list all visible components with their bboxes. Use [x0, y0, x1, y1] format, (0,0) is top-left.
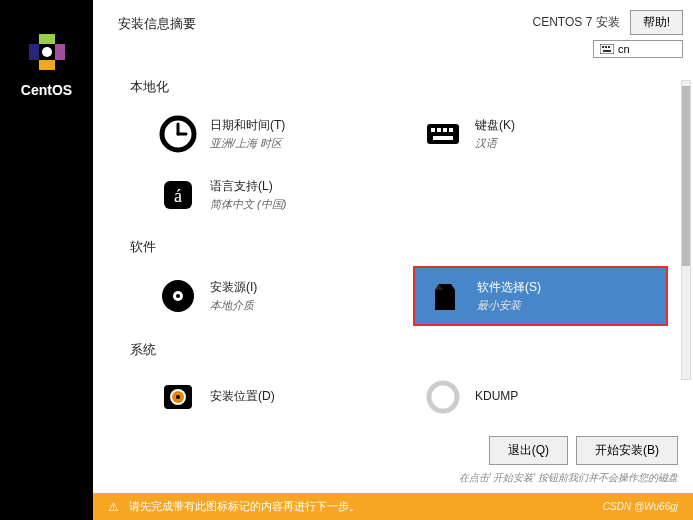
help-button[interactable]: 帮助!	[630, 10, 683, 35]
svg-rect-9	[603, 50, 611, 52]
footer-hint: 在点击' 开始安装' 按钮前我们并不会操作您的磁盘	[108, 471, 678, 485]
warning-icon: ⚠	[108, 500, 119, 514]
scrollbar[interactable]	[681, 80, 691, 380]
datetime-sub: 亚洲/上海 时区	[210, 136, 285, 151]
svg-rect-16	[443, 128, 447, 132]
kdump-item[interactable]: KDUMP	[413, 369, 668, 425]
keyboard-icon	[600, 44, 614, 54]
svg-rect-8	[608, 46, 610, 48]
disk-icon	[158, 377, 198, 417]
logo: CentOS	[21, 30, 72, 98]
svg-rect-1	[55, 44, 65, 60]
software-selection-title: 软件选择(S)	[477, 279, 541, 296]
language-icon: á	[158, 175, 198, 215]
section-system: 系统	[130, 341, 668, 359]
language-title: 语言支持(L)	[210, 178, 286, 195]
os-name: CENTOS 7 安装	[533, 14, 620, 31]
svg-rect-14	[431, 128, 435, 132]
svg-point-23	[176, 294, 180, 298]
svg-rect-2	[39, 60, 55, 70]
watermark: CSDN @Wu66gj	[603, 501, 678, 512]
svg-point-27	[176, 395, 180, 399]
svg-rect-18	[433, 136, 453, 140]
svg-rect-7	[605, 46, 607, 48]
package-icon	[425, 276, 465, 316]
header: 安装信息摘要 CENTOS 7 安装 帮助! cn	[93, 0, 693, 63]
clock-icon	[158, 114, 198, 154]
svg-point-28	[429, 383, 457, 411]
keyboard-sub: 汉语	[475, 136, 515, 151]
svg-text:á: á	[174, 186, 182, 206]
svg-rect-17	[449, 128, 453, 132]
kdump-title: KDUMP	[475, 389, 518, 403]
datetime-item[interactable]: 日期和时间(T) 亚洲/上海 时区	[148, 106, 403, 162]
kdump-icon	[423, 377, 463, 417]
keyboard-item[interactable]: 键盘(K) 汉语	[413, 106, 668, 162]
datetime-title: 日期和时间(T)	[210, 117, 285, 134]
warning-bar: ⚠ 请先完成带有此图标标记的内容再进行下一步。 CSDN @Wu66gj	[93, 493, 693, 520]
language-sub: 简体中文 (中国)	[210, 197, 286, 212]
svg-rect-15	[437, 128, 441, 132]
svg-point-4	[42, 47, 52, 57]
destination-item[interactable]: 安装位置(D)	[148, 369, 403, 425]
section-localization: 本地化	[130, 78, 668, 96]
svg-rect-13	[427, 124, 459, 144]
destination-title: 安装位置(D)	[210, 388, 275, 405]
quit-button[interactable]: 退出(Q)	[489, 436, 568, 465]
svg-rect-3	[29, 44, 39, 60]
page-title: 安装信息摘要	[118, 10, 196, 33]
centos-logo-icon	[25, 30, 69, 74]
language-item[interactable]: á 语言支持(L) 简体中文 (中国)	[148, 167, 403, 223]
software-selection-sub: 最小安装	[477, 298, 541, 313]
svg-rect-5	[600, 44, 614, 54]
software-selection-item[interactable]: 软件选择(S) 最小安装	[413, 266, 668, 326]
keyboard-indicator[interactable]: cn	[593, 40, 683, 58]
content: 本地化 日期和时间(T) 亚洲/上海 时区 键盘(K)	[93, 63, 693, 428]
lang-code: cn	[618, 43, 630, 55]
svg-rect-6	[602, 46, 604, 48]
warning-text: 请先完成带有此图标标记的内容再进行下一步。	[129, 499, 360, 514]
disc-icon	[158, 276, 198, 316]
svg-rect-0	[39, 34, 55, 44]
footer: 退出(Q) 开始安装(B) 在点击' 开始安装' 按钮前我们并不会操作您的磁盘	[93, 428, 693, 493]
product-name: CentOS	[21, 82, 72, 98]
source-sub: 本地介质	[210, 298, 257, 313]
section-software: 软件	[130, 238, 668, 256]
source-item[interactable]: 安装源(I) 本地介质	[148, 266, 403, 326]
keyboard-icon	[423, 114, 463, 154]
sidebar: CentOS	[0, 0, 93, 520]
begin-install-button[interactable]: 开始安装(B)	[576, 436, 678, 465]
keyboard-title: 键盘(K)	[475, 117, 515, 134]
scrollbar-thumb[interactable]	[682, 86, 690, 266]
source-title: 安装源(I)	[210, 279, 257, 296]
